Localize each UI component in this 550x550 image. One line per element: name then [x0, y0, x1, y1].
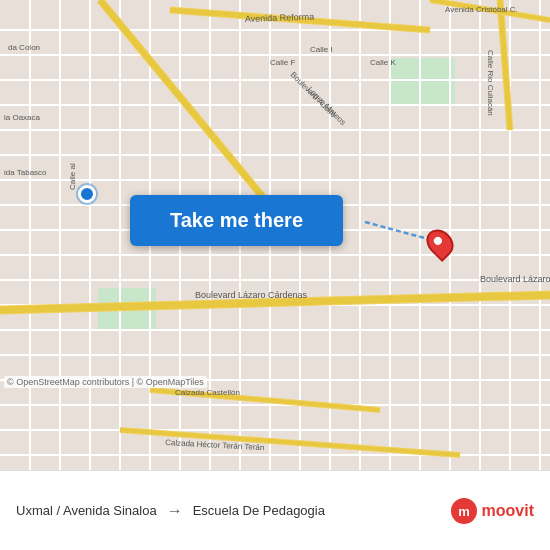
- destination-pin: [428, 228, 452, 258]
- route-origin: Uxmal / Avenida Sinaloa: [16, 503, 157, 518]
- svg-text:Calle F: Calle F: [270, 58, 295, 67]
- svg-text:Avenida Cristóbal C.: Avenida Cristóbal C.: [445, 5, 518, 14]
- svg-text:Boulevard Lázaro Cárdenas: Boulevard Lázaro Cárdenas: [195, 290, 308, 300]
- svg-text:Calzada Castellón: Calzada Castellón: [175, 388, 240, 397]
- route-destination: Escuela De Pedagogia: [193, 503, 325, 518]
- svg-text:Calle I: Calle I: [310, 45, 333, 54]
- bottom-bar: Uxmal / Avenida Sinaloa → Escuela De Ped…: [0, 470, 550, 550]
- moovit-logo-icon: m: [450, 497, 478, 525]
- svg-text:da Colon: da Colon: [8, 43, 40, 52]
- svg-text:ida Tabasco: ida Tabasco: [4, 168, 47, 177]
- svg-text:Calle Rio Culiacán: Calle Rio Culiacán: [486, 50, 495, 116]
- current-location-marker: [78, 185, 96, 203]
- route-info: Uxmal / Avenida Sinaloa → Escuela De Ped…: [16, 502, 450, 520]
- route-arrow-icon: →: [167, 502, 183, 520]
- moovit-logo: m moovit: [450, 497, 534, 525]
- map-attribution: © OpenStreetMap contributors | © OpenMap…: [4, 376, 207, 388]
- svg-text:la Oaxaca: la Oaxaca: [4, 113, 41, 122]
- svg-text:Boulevard Lázaro: Boulevard Lázaro: [480, 274, 550, 284]
- take-me-there-button[interactable]: Take me there: [130, 195, 343, 246]
- svg-text:Calle al: Calle al: [68, 163, 77, 190]
- svg-rect-1: [390, 58, 455, 106]
- svg-text:Calle K: Calle K: [370, 58, 396, 67]
- moovit-text: moovit: [482, 502, 534, 520]
- map-container: Avenida Reforma Boulevard Adolfo Lopez M…: [0, 0, 550, 470]
- svg-text:m: m: [458, 504, 470, 519]
